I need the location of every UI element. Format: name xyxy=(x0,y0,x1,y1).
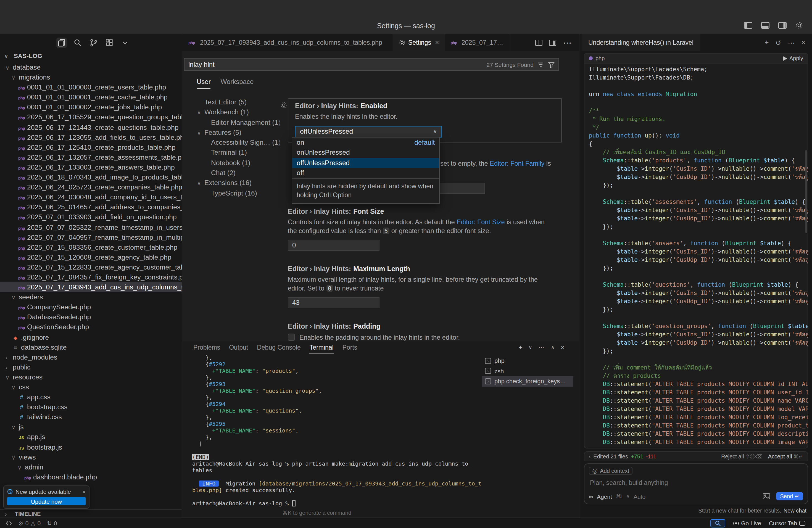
close-icon[interactable]: × xyxy=(435,39,439,46)
tree-folder[interactable]: ∨database xyxy=(0,62,182,72)
tree-file[interactable]: JSbootstrap.js xyxy=(0,442,182,452)
ports-indicator[interactable]: ⇅0 xyxy=(47,520,57,526)
close-panel-icon[interactable]: × xyxy=(561,343,565,351)
status-search-button[interactable] xyxy=(710,519,725,527)
new-chat-icon[interactable]: + xyxy=(765,39,769,46)
font-size-input[interactable]: 0 xyxy=(288,240,379,251)
tree-file[interactable]: php2025_07_15_083356_create_customer_tab… xyxy=(0,242,182,252)
tree-file[interactable]: phpdashboard.blade.php xyxy=(0,472,182,482)
split-editor-icon[interactable] xyxy=(535,40,542,46)
scrollbar[interactable] xyxy=(806,150,807,233)
tree-file[interactable]: php2025_07_15_122833_create_agency_custo… xyxy=(0,262,182,272)
tree-file[interactable]: php2025_06_17_123055_add_fields_to_users… xyxy=(0,132,182,142)
explorer-icon[interactable] xyxy=(56,37,67,48)
tab-settings[interactable]: Settings × xyxy=(393,34,445,51)
clear-filter-icon[interactable] xyxy=(537,61,544,68)
tree-file[interactable]: php2025_07_15_120608_create_agency_table… xyxy=(0,252,182,262)
tree-file[interactable]: #tailwind.css xyxy=(0,412,182,422)
tree-file[interactable]: phpCompanySeeder.php xyxy=(0,303,182,312)
terminal-session[interactable]: ›php xyxy=(482,356,574,366)
toggle-left-sidebar-icon[interactable] xyxy=(743,21,753,30)
dropdown-option[interactable]: offUnlessPressed xyxy=(292,158,439,168)
tab-debug-console[interactable]: Debug Console xyxy=(257,341,301,353)
tree-folder[interactable]: ∨admin xyxy=(0,462,182,472)
tree-file[interactable]: php2025_06_17_133003_create_answers_tabl… xyxy=(0,162,182,172)
dropdown-option[interactable]: ondefault xyxy=(292,137,439,148)
model-auto-button[interactable]: Auto xyxy=(634,493,646,500)
tree-file[interactable]: php0001_01_01_000002_create_jobs_table.p… xyxy=(0,102,182,113)
toc-item[interactable]: Notebook (1) xyxy=(197,158,279,168)
update-now-button[interactable]: Update now xyxy=(7,497,86,505)
tree-file[interactable]: ◆.gitignore xyxy=(0,332,182,342)
tree-file[interactable]: JSapp.js xyxy=(0,432,182,442)
extensions-icon[interactable] xyxy=(104,37,115,48)
setting-gear-icon[interactable] xyxy=(280,102,287,109)
new-chat-link[interactable]: New chat xyxy=(784,508,807,514)
tree-file[interactable]: php2025_07_17_093943_add_cus_ins_udp_col… xyxy=(0,282,182,292)
toc-item[interactable]: Chat (2) xyxy=(197,168,279,178)
terminal-output[interactable]: }, {#5292 +"TABLE_NAME": "products", }, … xyxy=(192,355,482,510)
close-icon[interactable]: × xyxy=(82,488,86,495)
tree-file[interactable]: php2025_06_24_030048_add_company_id_to_u… xyxy=(0,192,182,202)
remote-icon[interactable] xyxy=(5,520,12,526)
problems-indicator[interactable]: ⊗0 △0 xyxy=(18,520,41,526)
settings-search-input[interactable]: inlay hint 27 Settings Found xyxy=(184,58,559,71)
toggle-panel-icon[interactable] xyxy=(760,21,771,30)
tree-file[interactable]: php2025_06_17_121443_create_questions_ta… xyxy=(0,122,182,132)
accept-all-button[interactable]: Accept all ⌘↵ xyxy=(768,453,803,459)
dropdown-option[interactable]: off xyxy=(292,168,439,178)
toggle-right-sidebar-icon[interactable] xyxy=(777,21,788,30)
toc-item[interactable]: ∨Features (5) xyxy=(197,128,279,138)
panel-more-icon[interactable]: ⋯ xyxy=(538,343,545,351)
toc-item[interactable]: Accessibility Sign… (1) xyxy=(197,137,279,148)
chevron-down-icon[interactable]: ∨ xyxy=(626,494,630,499)
close-chat-icon[interactable]: × xyxy=(801,39,806,46)
filter-funnel-icon[interactable] xyxy=(548,61,555,68)
dropdown-option[interactable]: onUnlessPressed xyxy=(292,148,439,158)
tree-file[interactable]: ≡database.sqlite xyxy=(0,342,182,352)
max-length-input[interactable]: 43 xyxy=(288,297,379,308)
toc-item[interactable]: Text Editor (5) xyxy=(197,97,279,107)
apply-button[interactable]: Apply xyxy=(783,55,803,61)
tree-folder[interactable]: ∨seeders xyxy=(0,292,182,302)
go-live-button[interactable]: Go Live xyxy=(733,520,761,526)
tree-file[interactable]: php2025_06_18_070343_add_image_to_produc… xyxy=(0,172,182,182)
chat-composer[interactable]: @ Add context Plan, search, build anythi… xyxy=(584,464,808,504)
terminal-profile-chevron-icon[interactable]: ∨ xyxy=(528,344,532,350)
tree-folder[interactable]: ∨css xyxy=(0,382,182,392)
history-icon[interactable]: ↺ xyxy=(775,39,781,47)
tab-user[interactable]: User xyxy=(197,78,211,89)
chat-tab[interactable]: Understanding whereHas() in Laravel xyxy=(582,34,700,51)
tab-output[interactable]: Output xyxy=(229,341,248,353)
tree-file[interactable]: #app.css xyxy=(0,392,182,402)
tab-ports[interactable]: Ports xyxy=(343,341,358,353)
tree-folder[interactable]: ›node_modules xyxy=(0,352,182,362)
tree-file[interactable]: php0001_01_01_000000_create_users_table.… xyxy=(0,82,182,92)
add-context-button[interactable]: @ Add context xyxy=(589,467,633,475)
terminal-session[interactable]: ›php check_foreign_keys… xyxy=(482,376,574,386)
tree-file[interactable]: php2025_07_01_033903_add_field_on_questi… xyxy=(0,212,182,222)
chat-code-body[interactable]: Illuminate\Support\Facades\Schema;Illumi… xyxy=(584,63,808,448)
tree-folder[interactable]: ∨migrations xyxy=(0,72,182,82)
tab-migration-093943[interactable]: php 2025_07_17_093943_add_cus_ins_udp_co… xyxy=(182,34,393,51)
chat-more-icon[interactable]: ⋯ xyxy=(788,39,795,47)
tab-terminal[interactable]: Terminal xyxy=(309,341,334,353)
editor-layout-icon[interactable] xyxy=(549,40,556,46)
chevron-right-icon[interactable]: › xyxy=(589,453,591,459)
more-views-chevron-icon[interactable] xyxy=(120,38,130,47)
tree-folder[interactable]: ∨views xyxy=(0,452,182,462)
toc-item[interactable]: Editor Management (1) xyxy=(197,117,279,128)
reject-all-button[interactable]: Reject all ⇧⌘⌫ xyxy=(721,453,763,459)
toc-item[interactable]: ∨Workbench (1) xyxy=(197,107,279,118)
tree-file[interactable]: #bootstrap.css xyxy=(0,402,182,412)
enabled-dropdown[interactable]: offUnlessPressed ∨ xyxy=(295,126,442,137)
tree-folder[interactable]: ›public xyxy=(0,362,182,372)
toc-item[interactable]: TypeScript (16) xyxy=(197,188,279,198)
tab-workspace[interactable]: Workspace xyxy=(221,78,254,89)
tree-folder[interactable]: ∨js xyxy=(0,422,182,432)
image-attach-icon[interactable] xyxy=(763,493,770,499)
tree-file[interactable]: php2025_07_17_084357_fix_foreign_key_con… xyxy=(0,272,182,282)
timeline-section[interactable]: ›TIMELINE xyxy=(0,509,182,517)
padding-checkbox[interactable] xyxy=(288,334,295,341)
tree-file[interactable]: php2025_06_17_125410_create_products_tab… xyxy=(0,143,182,152)
